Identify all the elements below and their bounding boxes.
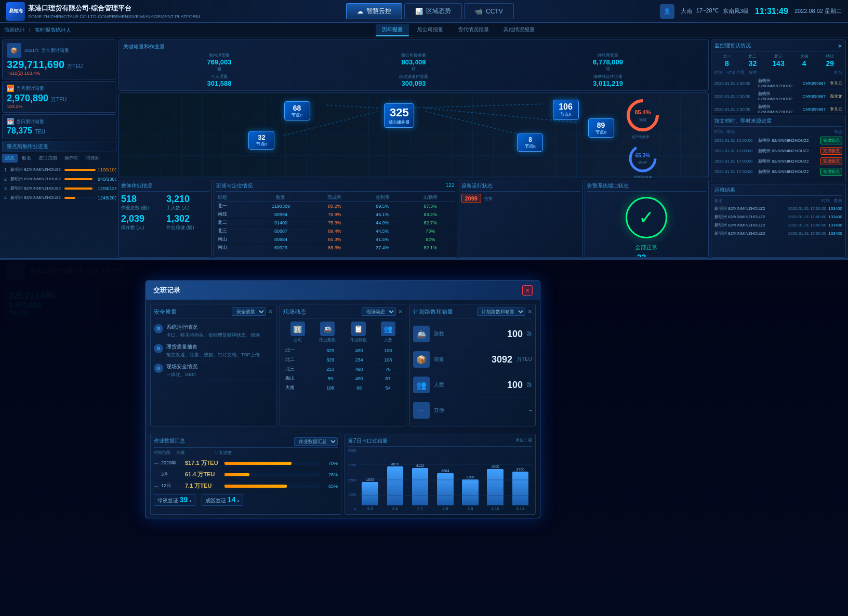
ship-bar-2 — [64, 178, 92, 180]
safety-dropdown[interactable]: 安全质量 — [232, 307, 266, 316]
company-icon: 🏢 — [290, 322, 305, 336]
safety-section: 安全质量 安全质量 ✕ ⚙ 系统运行情况 卡口、特关特码头、智能理货精神状态、现… — [150, 304, 276, 426]
dispatch-row-1: 南线 80994 76.9% 46.1% 83.2% — [216, 210, 455, 219]
op-result-title-bar: 运班结果 — [714, 186, 842, 196]
op-row-1: 新明州 82/XINMINZHOUZ2 2020.01.31 17:00:00 … — [714, 213, 842, 221]
dialog-body: 安全质量 安全质量 ✕ ⚙ 系统运行情况 卡口、特关特码头、智能理货精神状态、现… — [146, 300, 540, 431]
nav-tab-cctv[interactable]: 📹 CCTV — [464, 3, 514, 19]
night-row: 绿夜签证 39 ● 成区签证 14 ● — [154, 494, 338, 506]
ship-item-4: 4 新明州 82/XINMINZHOU82 1248/2009 — [2, 193, 116, 203]
day-stat-value: 78,375 TEU — [7, 126, 112, 136]
year-stat-icon: 📦 — [7, 43, 21, 58]
focus-tab-import[interactable]: 进口范围 — [35, 154, 60, 163]
loading-item-1: 港内理货量 769,003 箱 — [123, 52, 315, 72]
ops-data-dropdown[interactable]: 作业数据汇总 — [294, 437, 338, 446]
sub-tab-company[interactable]: 船公司报量 — [411, 24, 449, 36]
viz-stat-2: 65.3% 进行中 理货完成率 — [627, 143, 658, 178]
key-loading-section: 关键箱量和作业量 港内理货量 769,003 箱 船公司接单量 803,409 … — [118, 39, 709, 91]
year-stat-card: 📦 2021年 当年累计箱量 329,711,690 万TEU +610(2) … — [2, 39, 116, 79]
container-check-title: 告警系统端口状态 — [587, 182, 706, 192]
field-row-1: 北二 329 234 108 — [283, 355, 402, 365]
focus-tab-special[interactable]: 特殊船 — [83, 154, 103, 163]
month-stat-value: 2,970,890 万TEU — [7, 93, 112, 104]
loading-item-6: 海铁联运作业量 3,011,219 — [512, 74, 704, 87]
top-dashboard: 易知海 某港口理货有限公司·综合管理平台 SOME ZHIZHENGTALE.C… — [0, 0, 848, 260]
bar-col-1: 4670 3.6 — [383, 462, 407, 511]
field-icon-workers: 👥 人数 — [381, 322, 395, 343]
monitor-stat-4: 特比 29 — [817, 53, 842, 68]
sub-header-label: 简易统计 — [4, 26, 25, 34]
field-icon-ships: 🚢 作业船数 — [319, 322, 336, 343]
nav-tab-cloud[interactable]: ☁ 智慧云控 — [346, 3, 402, 19]
plan-dropdown[interactable]: 计划路数和箱量 — [477, 307, 525, 316]
dialog-title: 交班记录 — [153, 286, 180, 295]
focus-tab-ops[interactable]: 操作栏 — [61, 154, 82, 163]
ship-bar-3 — [64, 188, 92, 190]
field-icon-holds: 📋 作业舱数 — [350, 322, 367, 343]
ship-bar-1 — [64, 169, 96, 171]
month-stat-label: 当月累计箱量 — [16, 85, 44, 92]
company-sub: SOME ZHIZHENGTALE.CO.LTD COMPREHENSIVE M… — [28, 14, 200, 19]
交班记录-dialog: 交班记录 × 安全质量 安全质量 ✕ ⚙ — [145, 280, 540, 518]
dispatch-row-3: 北三 80887 89.4% 44.5% 73% — [216, 227, 455, 235]
bar-rect-4 — [462, 479, 479, 505]
workers-icon: 👥 — [381, 322, 395, 336]
hold-icon: 📋 — [351, 322, 366, 336]
bar-col-3: 3364 3.8 — [433, 469, 457, 511]
boxes-icon: 📦 — [413, 351, 430, 368]
day-stat-card: 📆 当日累计箱量 78,375 TEU — [2, 114, 116, 139]
sub-tab-agent[interactable]: 货代情况报量 — [452, 24, 495, 36]
bar-rect-1 — [387, 466, 404, 505]
check-count-display: 23 plus — [587, 253, 706, 258]
safety-item-1: ⚙ 理货质量抽查 报文发送、社量、残损、钉订文档、TSP上传 — [154, 341, 273, 361]
nav-tabs: ☁ 智慧云控 📊 区域态势 📹 CCTV — [204, 3, 656, 19]
plan-item-boxes: 📦 箱量 3092 万TEU — [413, 347, 532, 372]
sub-tab-annual[interactable]: 历年报量 — [376, 24, 409, 36]
nav-tab-area[interactable]: 📊 区域态势 — [404, 3, 462, 19]
bottom-dashboard: 某港口理货有限公司·综合管理平台 329,711,690 2,970,890 7… — [0, 260, 848, 616]
bottom-panels: 整体作业情况 518 作业总数 (艘) 3,210 工人数 (人) 2,039 — [118, 180, 709, 258]
route-row-0: 2022.01.01 12:00:00 新明州 82/XINMINZHOUZ2 … — [714, 136, 842, 146]
plan-unit-routes: 路 — [527, 330, 532, 338]
plan-label-workers: 人数 — [434, 381, 444, 389]
time-display: 11:31:49 — [755, 7, 788, 16]
sub-tab-other[interactable]: 其他情况报量 — [497, 24, 541, 36]
month-stat-card: 📅 当月累计箱量 2,970,890 万TEU 103.2% — [2, 81, 116, 113]
gear-icon-0: ⚙ — [154, 324, 163, 333]
routes-icon: 🚢 — [413, 326, 430, 342]
ship-item-3: 3 新明州 82/XINMINZHOU82 1209/1268 — [2, 184, 116, 193]
loading-item-5: 班次派遣作业量 300,093 — [317, 74, 510, 87]
node-8: 8 节点E — [517, 133, 543, 152]
day-stat-label: 当日累计箱量 — [16, 118, 44, 125]
plan-unit-boxes: 万TEU — [516, 356, 532, 363]
monitor-card: 监控理货认情况 ▶ 北一 8 北二 32 北三 143 — [711, 39, 846, 113]
field-dropdown[interactable]: 现场动态 — [362, 307, 396, 316]
focus-tab-voyage[interactable]: 航次 — [2, 154, 18, 163]
user-icon[interactable]: 👤 — [660, 4, 674, 19]
container-check-panel: 告警系统端口状态 ✓ 全部正常 23 plus — [585, 180, 709, 258]
bar-col-2: 4122 3.7 — [408, 464, 432, 511]
node-325: 325 核心服务器 — [384, 103, 414, 128]
field-collapse[interactable]: ✕ — [398, 309, 403, 315]
donut-chart-1: 85.4% 完成 — [625, 97, 661, 133]
workers-plan-icon: 👥 — [413, 377, 430, 393]
chart-container: 5000 3750 2500 1250 0 — [348, 449, 532, 511]
close-button[interactable]: × — [522, 285, 533, 296]
plan-value-workers: 100 — [507, 380, 523, 391]
monitor-expand[interactable]: ▶ — [839, 43, 842, 48]
bar-col-6: 3760 3.11 — [509, 467, 532, 511]
ops-row-1: — 3月 61.4 万TEU 26% — [154, 469, 338, 480]
field-row-2: 北三 223 490 76 — [283, 365, 402, 374]
safety-collapse[interactable]: ✕ — [268, 309, 273, 315]
plan-section: 计划路数和箱量 计划路数和箱量 ✕ 🚢 路数 100 路 — [409, 304, 536, 426]
viz-stats: 85.4% 完成 资产有效率 65.3% 进行中 理货完成率 — [625, 97, 661, 178]
monitor-row-1: 2020.01.01 2:30:00 新明州 82/XINMINZHOU2 CM… — [714, 90, 842, 103]
dispatch-row-4: 南山 80884 65.3% 41.5% 82% — [216, 235, 455, 244]
plan-collapse[interactable]: ✕ — [527, 309, 532, 315]
monitor-status-grid: 北一 8 北二 32 北三 143 大南 4 — [714, 53, 842, 68]
area-badge: 成区签证 14 ● — [202, 494, 243, 506]
equipment-panel: 设备运行状态 2099 告警 — [459, 180, 583, 258]
area-icon: 📊 — [415, 8, 423, 15]
field-section: 现场动态 现场动态 ✕ 🏢 公司 🚢 作业船数 — [280, 304, 406, 426]
focus-tab-ship[interactable]: 船名 — [19, 154, 34, 163]
